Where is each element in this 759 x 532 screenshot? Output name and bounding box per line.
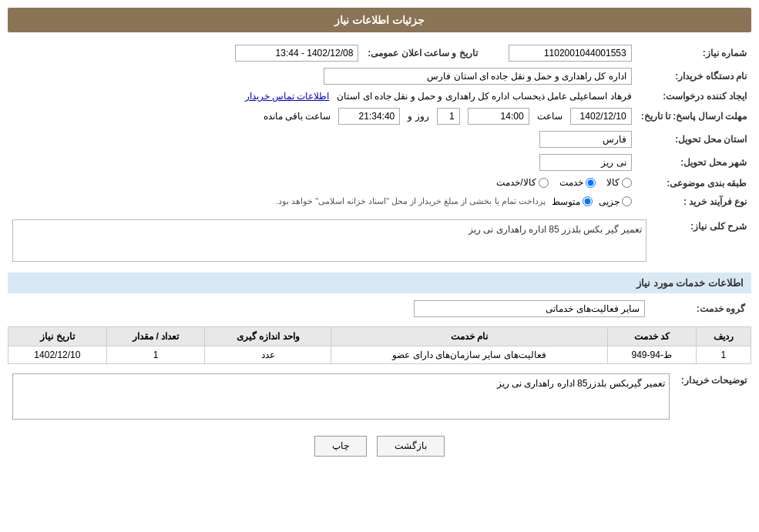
response-time-label: ساعت [537, 111, 563, 122]
cell-unit: عدد [205, 346, 331, 363]
response-date: 1402/12/10 [570, 108, 632, 125]
response-time: 14:00 [468, 108, 529, 125]
requester-contact-link[interactable]: اطلاعات تماس خریدار [245, 91, 330, 102]
cell-name: فعالیت‌های سایر سازمان‌های دارای عضو [331, 346, 608, 363]
cell-date: 1402/12/10 [8, 346, 107, 363]
cell-qty: 1 [106, 346, 205, 363]
service-group-value: سایر فعالیت‌های خدماتی [414, 300, 645, 317]
purchase-type-label: نوع فرآیند خرید : [636, 193, 751, 210]
col-header-date: تاریخ نیاز [8, 326, 107, 346]
announce-date-label: تاریخ و ساعت اعلان عمومی: [363, 42, 482, 65]
page-title: جزئیات اطلاعات نیاز [8, 8, 751, 32]
table-row: 1 ط-94-949 فعالیت‌های سایر سازمان‌های دا… [8, 346, 751, 363]
service-group-label: گروه خدمت: [651, 297, 751, 320]
need-desc-value: تعمیر گیر بکس بلدزر 85 اداره راهداری نی … [12, 219, 646, 262]
requester-label: ایجاد کننده درخواست: [636, 88, 751, 105]
need-number-label: شماره نیاز: [636, 42, 751, 65]
category-radio-group: کالا خدمت کالا/خدمت [496, 177, 631, 188]
need-number-value: 1102001044001553 [509, 45, 632, 62]
buyer-org-label: نام دستگاه خریدار: [636, 65, 751, 88]
col-header-name: نام خدمت [331, 326, 608, 346]
print-button[interactable]: چاپ [314, 436, 367, 457]
col-header-unit: واحد اندازه گیری [205, 326, 331, 346]
purchase-type-motavasset[interactable]: متوسط [552, 196, 593, 207]
cell-row: 1 [696, 346, 751, 363]
city-label: شهر محل تحویل: [636, 151, 751, 174]
province-value: فارس [539, 131, 632, 148]
button-row: بازگشت چاپ [8, 436, 751, 457]
buyer-org-value: اداره کل راهداری و حمل و نقل جاده ای است… [324, 68, 632, 85]
need-desc-label: شرح کلی نیاز: [651, 216, 751, 266]
purchase-type-jozi[interactable]: جزیی [599, 196, 632, 207]
requester-value: فرهاد اسماعیلی عامل ذیحساب اداره کل راهد… [337, 91, 631, 102]
services-section-header: اطلاعات خدمات مورد نیاز [8, 273, 751, 293]
response-days-label: روز و [408, 111, 428, 122]
buyer-desc-label: توضیحات خریدار: [674, 370, 751, 425]
response-remaining-label: ساعت باقی مانده [264, 111, 331, 122]
response-remaining: 21:34:40 [338, 108, 400, 125]
announce-date-value: 1402/12/08 - 13:44 [235, 45, 358, 62]
back-button[interactable]: بازگشت [377, 436, 445, 457]
category-option-kala-khedmat[interactable]: کالا/خدمت [496, 177, 548, 188]
category-label: طبقه بندی موضوعی: [636, 174, 751, 193]
cell-code: ط-94-949 [607, 346, 696, 363]
purchase-type-group: جزیی متوسط پرداخت تمام یا بخشی از مبلغ خ… [12, 196, 632, 207]
col-header-row: ردیف [696, 326, 751, 346]
response-deadline-label: مهلت ارسال پاسخ: تا تاریخ: [636, 105, 751, 128]
response-days: 1 [437, 108, 460, 125]
buyer-desc-textarea[interactable] [12, 373, 670, 420]
purchase-note: پرداخت تمام یا بخشی از مبلغ خریدار از مح… [276, 196, 546, 206]
city-value: نی ریز [539, 154, 632, 171]
services-table: ردیف کد خدمت نام خدمت واحد اندازه گیری ت… [8, 326, 751, 364]
province-label: استان محل تحویل: [636, 128, 751, 151]
category-option-kala[interactable]: کالا [606, 177, 632, 188]
col-header-code: کد خدمت [607, 326, 696, 346]
col-header-qty: تعداد / مقدار [106, 326, 205, 346]
category-option-khedmat[interactable]: خدمت [559, 177, 596, 188]
